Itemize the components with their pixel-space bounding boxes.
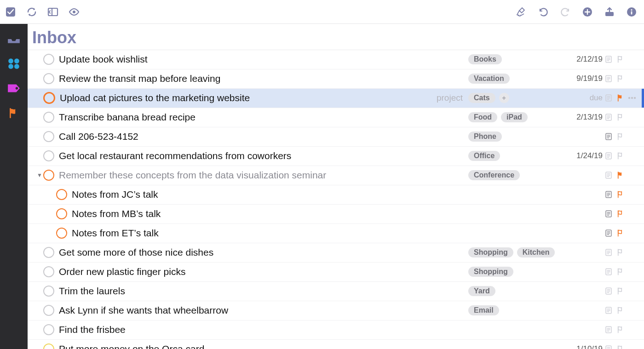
flag-icon[interactable] xyxy=(615,248,627,257)
sidebar-flagged[interactable] xyxy=(6,107,22,120)
redo-icon[interactable] xyxy=(559,6,571,18)
task-row[interactable]: Trim the laurelsYard xyxy=(28,281,644,301)
status-circle[interactable] xyxy=(43,247,54,258)
add-icon[interactable] xyxy=(581,6,593,18)
status-circle[interactable] xyxy=(43,170,54,181)
task-row[interactable]: Notes from JC’s talk xyxy=(28,185,644,204)
task-title[interactable]: Order new plastic finger picks xyxy=(59,266,185,277)
note-icon[interactable] xyxy=(603,94,615,102)
flag-icon[interactable] xyxy=(615,132,627,141)
flag-icon[interactable] xyxy=(615,345,627,349)
cleanup-icon[interactable] xyxy=(515,6,527,18)
add-tag-button[interactable]: + xyxy=(499,93,509,103)
sidebar-inbox[interactable] xyxy=(6,32,22,45)
disclosure-triangle-icon[interactable]: ▼ xyxy=(36,172,43,178)
status-circle[interactable] xyxy=(43,54,54,65)
flag-icon[interactable] xyxy=(615,326,627,334)
flag-icon[interactable] xyxy=(615,74,627,83)
tag-pill[interactable]: Cats xyxy=(468,93,495,103)
note-icon[interactable] xyxy=(603,326,615,334)
status-circle[interactable] xyxy=(43,150,54,161)
tag-pill[interactable]: Office xyxy=(468,151,500,161)
status-circle[interactable] xyxy=(43,92,55,104)
task-title[interactable]: Update book wishlist xyxy=(59,54,148,65)
note-icon[interactable] xyxy=(603,287,615,295)
status-circle[interactable] xyxy=(43,324,54,335)
task-title[interactable]: Put more money on the Orca card xyxy=(59,343,204,349)
share-icon[interactable] xyxy=(604,6,615,18)
task-title[interactable]: Transcribe banana bread recipe xyxy=(59,112,196,123)
flag-icon[interactable] xyxy=(615,152,627,160)
flag-icon[interactable] xyxy=(615,190,627,199)
flag-icon[interactable] xyxy=(615,229,627,237)
task-row[interactable]: Upload cat pictures to the marketing web… xyxy=(28,88,644,108)
task-title[interactable]: Notes from JC’s talk xyxy=(72,189,158,200)
status-circle[interactable] xyxy=(56,189,67,200)
task-title[interactable]: Review the transit map before leaving xyxy=(59,73,220,84)
task-row[interactable]: Review the transit map before leavingVac… xyxy=(28,69,644,88)
flag-icon[interactable] xyxy=(615,287,627,295)
note-icon[interactable] xyxy=(603,229,615,237)
tag-pill[interactable]: Shopping xyxy=(468,247,513,257)
task-row[interactable]: Order new plastic finger picksShopping xyxy=(28,262,644,281)
status-circle[interactable] xyxy=(43,343,54,349)
project-field[interactable]: project xyxy=(390,93,468,103)
tag-pill[interactable]: Kitchen xyxy=(517,247,555,257)
status-circle[interactable] xyxy=(43,73,54,84)
note-icon[interactable] xyxy=(603,113,615,121)
status-circle[interactable] xyxy=(43,305,54,316)
tag-pill[interactable]: Phone xyxy=(468,132,502,142)
sidebar-tags[interactable] xyxy=(6,82,22,95)
task-title[interactable]: Upload cat pictures to the marketing web… xyxy=(60,92,250,103)
tag-pill[interactable]: Email xyxy=(468,305,499,315)
task-row[interactable]: Get local restaurant recommendations fro… xyxy=(28,146,644,166)
flag-icon[interactable] xyxy=(615,113,627,121)
status-circle[interactable] xyxy=(43,112,54,123)
view-options-icon[interactable] xyxy=(68,6,80,18)
tag-pill[interactable]: Shopping xyxy=(468,267,513,277)
toggle-sidebar-icon[interactable] xyxy=(47,6,59,18)
task-row[interactable]: Notes from MB’s talk xyxy=(28,204,644,223)
task-title[interactable]: Notes from MB’s talk xyxy=(72,208,161,219)
status-circle[interactable] xyxy=(56,228,67,239)
task-row[interactable]: Call 206-523-4152Phone xyxy=(28,127,644,146)
due-date[interactable]: due xyxy=(560,93,603,103)
task-title[interactable]: Find the frisbee xyxy=(59,324,126,335)
task-title[interactable]: Remember these concepts from the data vi… xyxy=(59,170,326,181)
note-icon[interactable] xyxy=(603,171,615,179)
tag-pill[interactable]: Books xyxy=(468,54,502,64)
flag-icon[interactable] xyxy=(615,171,627,179)
task-title[interactable]: Get some more of those nice dishes xyxy=(59,247,213,258)
task-title[interactable]: Notes from ET’s talk xyxy=(72,228,159,239)
note-icon[interactable] xyxy=(603,268,615,276)
task-row[interactable]: Find the frisbee xyxy=(28,320,644,339)
task-row[interactable]: Get some more of those nice dishesShoppi… xyxy=(28,243,644,262)
sidebar-projects[interactable] xyxy=(6,57,22,70)
task-row[interactable]: Ask Lynn if she wants that wheelbarrowEm… xyxy=(28,301,644,320)
note-icon[interactable] xyxy=(603,190,615,199)
note-icon[interactable] xyxy=(603,248,615,257)
status-circle[interactable] xyxy=(43,131,54,142)
task-title[interactable]: Get local restaurant recommendations fro… xyxy=(59,150,291,161)
task-row[interactable]: Update book wishlistBooks2/12/19 xyxy=(28,50,644,69)
task-row[interactable]: Put more money on the Orca card1/10/19 xyxy=(28,339,644,349)
flag-icon[interactable] xyxy=(615,268,627,276)
note-icon[interactable] xyxy=(603,345,615,349)
more-icon[interactable] xyxy=(627,97,638,99)
task-row[interactable]: ▼Remember these concepts from the data v… xyxy=(28,166,644,185)
task-title[interactable]: Call 206-523-4152 xyxy=(59,131,138,142)
sync-icon[interactable] xyxy=(26,6,38,18)
tag-pill[interactable]: iPad xyxy=(501,112,528,122)
note-icon[interactable] xyxy=(603,152,615,160)
task-title[interactable]: Trim the laurels xyxy=(59,286,125,297)
tag-pill[interactable]: Food xyxy=(468,112,497,122)
note-icon[interactable] xyxy=(603,55,615,63)
status-circle[interactable] xyxy=(56,208,67,219)
quick-entry-icon[interactable] xyxy=(5,6,17,18)
note-icon[interactable] xyxy=(603,74,615,83)
task-title[interactable]: Ask Lynn if she wants that wheelbarrow xyxy=(59,305,228,316)
note-icon[interactable] xyxy=(603,132,615,141)
flag-icon[interactable] xyxy=(615,210,627,218)
tag-pill[interactable]: Yard xyxy=(468,286,495,296)
note-icon[interactable] xyxy=(603,210,615,218)
